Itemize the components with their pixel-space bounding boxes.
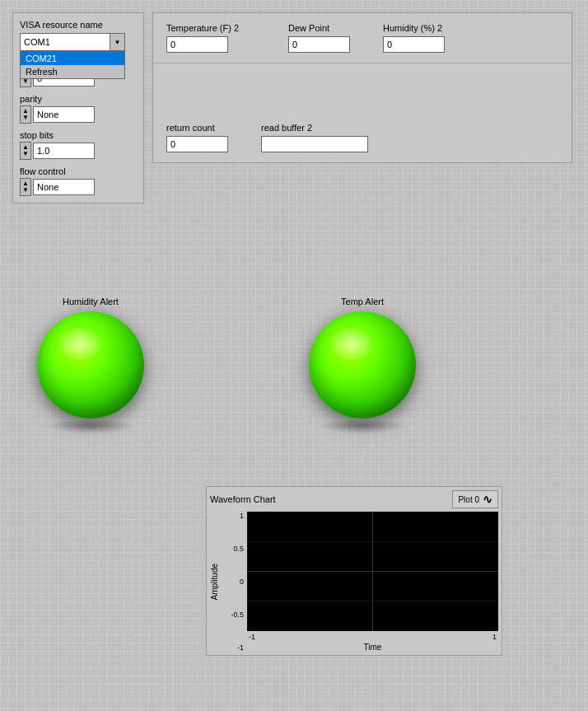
- humidity-label: Humidity (%) 2: [383, 23, 445, 33]
- read-buffer-block: read buffer 2: [261, 123, 368, 152]
- dew-point-label: Dew Point: [288, 23, 350, 33]
- parity-label: parity: [20, 94, 137, 104]
- humidity-alert-led: [37, 311, 144, 419]
- humidity-block: Humidity (%) 2 0: [383, 23, 445, 53]
- chart-inner: -1 1 Time: [247, 512, 498, 652]
- x-axis-ticks: -1 1: [247, 633, 498, 641]
- y-axis-ticks: 1 0.5 0 -0.5 -1: [221, 512, 247, 652]
- chart-gridlines-svg: [247, 512, 498, 631]
- visa-dropdown[interactable]: COM1: [20, 33, 110, 51]
- temperature-label: Temperature (F) 2: [166, 23, 239, 33]
- chart-title: Waveform Chart: [210, 494, 276, 504]
- waveform-chart-container: Waveform Chart Plot 0 ∿ Amplitude 1 0.5 …: [206, 486, 502, 656]
- read-buffer-label: read buffer 2: [261, 123, 368, 133]
- visa-dropdown-arrow[interactable]: ▼: [110, 33, 125, 51]
- return-count-label: return count: [166, 123, 228, 133]
- humidity-alert-item: Humidity Alert: [37, 297, 144, 437]
- visa-dropdown-menu: COM21 Refresh: [20, 51, 125, 79]
- visa-label: VISA resource name: [20, 20, 137, 30]
- plot0-label: Plot 0: [458, 495, 479, 504]
- parity-spinner[interactable]: ▲▼: [20, 105, 31, 124]
- y-tick-1: 1: [240, 512, 244, 520]
- alert-section: Humidity Alert Temp Alert: [12, 288, 572, 445]
- y-axis-label: Amplitude: [210, 564, 219, 600]
- humidity-alert-shadow: [45, 419, 136, 433]
- dew-point-block: Dew Point 0: [288, 23, 350, 53]
- x-tick-neg1: -1: [249, 633, 255, 641]
- dropdown-item-com21[interactable]: COM21: [21, 52, 124, 65]
- x-axis-label: Time: [247, 643, 498, 652]
- temp-alert-led: [309, 311, 416, 419]
- y-tick-neg1: -1: [237, 643, 244, 652]
- y-tick-0: 0: [240, 578, 244, 586]
- temperature-input[interactable]: 0: [166, 36, 228, 53]
- chart-legend: Plot 0 ∿: [452, 490, 498, 508]
- y-tick-0.5: 0.5: [233, 545, 244, 553]
- parity-row: ▲▼: [20, 105, 137, 124]
- read-buffer-input[interactable]: [261, 136, 368, 152]
- flow-control-group: flow control ▲▼: [20, 166, 137, 196]
- flow-control-spinner[interactable]: ▲▼: [20, 178, 31, 196]
- return-count-input[interactable]: 0: [166, 136, 228, 152]
- visa-dropdown-row: COM1 ▼ COM21 Refresh: [20, 33, 137, 51]
- chart-area: Amplitude 1 0.5 0 -0.5 -1: [210, 512, 498, 652]
- y-tick-neg0.5: -0.5: [231, 610, 244, 619]
- y-axis-wrapper: Amplitude 1 0.5 0 -0.5 -1: [210, 512, 247, 652]
- chart-header: Waveform Chart Plot 0 ∿: [210, 490, 498, 508]
- parity-group: parity ▲▼: [20, 94, 137, 124]
- legend-line-icon: ∿: [483, 493, 492, 506]
- flow-control-input[interactable]: [33, 179, 95, 195]
- parity-input[interactable]: [33, 106, 95, 123]
- chart-plot: [247, 512, 498, 631]
- temp-alert-shadow: [317, 419, 408, 433]
- stop-bits-group: stop bits ▲▼: [20, 130, 137, 160]
- stop-bits-row: ▲▼: [20, 142, 137, 160]
- x-tick-1: 1: [492, 633, 497, 641]
- stop-bits-input[interactable]: [33, 143, 95, 159]
- temp-alert-item: Temp Alert: [309, 297, 416, 437]
- humidity-alert-label: Humidity Alert: [63, 297, 119, 306]
- flow-control-label: flow control: [20, 166, 137, 176]
- left-panel: VISA resource name COM1 ▼ COM21 Refresh …: [12, 12, 144, 203]
- humidity-input[interactable]: 0: [383, 36, 445, 53]
- return-count-block: return count 0: [166, 123, 228, 152]
- temperature-block: Temperature (F) 2 0: [166, 23, 239, 53]
- stop-bits-spinner[interactable]: ▲▼: [20, 142, 31, 160]
- flow-control-row: ▲▼: [20, 178, 137, 196]
- dew-point-input[interactable]: 0: [288, 36, 350, 53]
- right-panel-top: Temperature (F) 2 0 Dew Point 0 Humidity…: [153, 13, 572, 63]
- refresh-button[interactable]: Refresh: [21, 65, 124, 78]
- temp-alert-label: Temp Alert: [341, 297, 384, 306]
- stop-bits-label: stop bits: [20, 130, 137, 140]
- right-panel: Temperature (F) 2 0 Dew Point 0 Humidity…: [152, 12, 572, 163]
- sensor-fields-row: Temperature (F) 2 0 Dew Point 0 Humidity…: [166, 23, 558, 53]
- right-panel-bottom: return count 0 read buffer 2: [153, 63, 572, 162]
